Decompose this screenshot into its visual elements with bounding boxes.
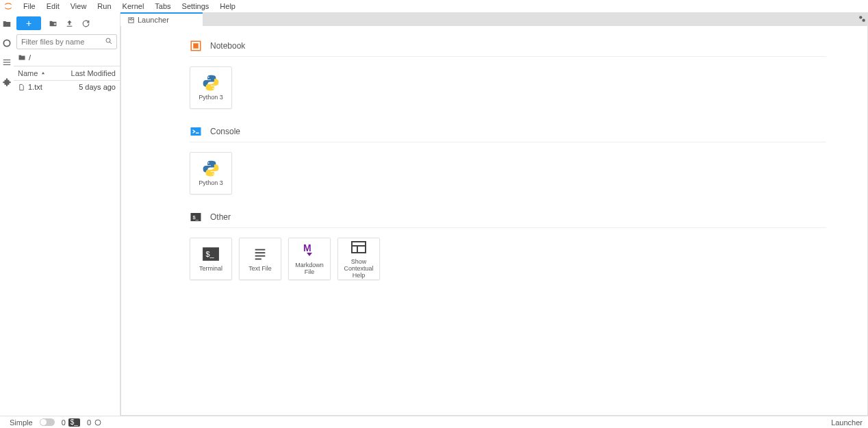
- menu-file[interactable]: File: [18, 1, 41, 12]
- menu-view[interactable]: View: [65, 1, 92, 12]
- new-folder-icon[interactable]: [48, 18, 58, 28]
- menu-tabs[interactable]: Tabs: [149, 1, 176, 12]
- svg-rect-5: [54, 23, 55, 25]
- launcher-card-notebook-python3[interactable]: Python 3: [190, 66, 232, 109]
- tab-launcher[interactable]: Launcher: [120, 12, 203, 26]
- column-modified[interactable]: Last Modified: [71, 69, 116, 77]
- svg-rect-14: [193, 43, 199, 49]
- svg-point-19: [208, 162, 209, 164]
- jupyter-logo-icon: [3, 1, 14, 12]
- svg-text:M: M: [303, 243, 311, 253]
- svg-rect-26: [255, 252, 266, 253]
- console-section-icon: [190, 125, 202, 138]
- kernels-status[interactable]: 0: [87, 418, 102, 427]
- file-list: 1.txt 5 days ago: [14, 81, 120, 416]
- property-inspector-toggle[interactable]: [856, 12, 868, 26]
- app-shell: + / Name Last Modified 1.txt: [0, 12, 868, 416]
- card-label: Python 3: [197, 180, 225, 187]
- sort-asc-icon: [40, 71, 46, 76]
- card-label: Markdown File: [289, 262, 330, 276]
- contextual-help-icon: [350, 238, 368, 256]
- python-icon: [202, 160, 220, 177]
- svg-rect-17: [191, 127, 201, 136]
- tab-bar: Launcher: [120, 12, 856, 26]
- menu-help[interactable]: Help: [214, 1, 241, 12]
- refresh-icon[interactable]: [81, 18, 90, 28]
- search-icon: [105, 37, 113, 45]
- launcher-card-terminal[interactable]: $_ Terminal: [190, 238, 232, 280]
- markdown-icon: M: [301, 242, 318, 260]
- section-title: Other: [210, 212, 231, 222]
- section-title: Notebook: [210, 41, 245, 51]
- card-label: Terminal: [198, 266, 224, 273]
- tab-label: Launcher: [138, 16, 169, 24]
- svg-point-12: [862, 19, 865, 22]
- launcher-panel: Notebook Python 3 Console: [120, 26, 868, 416]
- breadcrumb-root: /: [29, 53, 31, 62]
- folder-icon[interactable]: [2, 19, 12, 29]
- terminal-badge-icon: $_: [68, 418, 80, 427]
- svg-point-20: [212, 173, 214, 175]
- terminals-count: 0: [62, 418, 66, 427]
- toc-icon[interactable]: [2, 58, 12, 67]
- menu-kernel[interactable]: Kernel: [117, 1, 150, 12]
- menu-edit[interactable]: Edit: [41, 1, 65, 12]
- file-modified: 5 days ago: [79, 83, 116, 91]
- launcher-section-other: $_ Other $_ Terminal Text File M Markdow…: [190, 211, 867, 280]
- extension-icon[interactable]: [2, 77, 12, 86]
- menu-bar: File Edit View Run Kernel Tabs Settings …: [0, 0, 868, 12]
- svg-rect-30: [352, 242, 366, 253]
- svg-rect-1: [3, 60, 11, 60]
- svg-point-0: [3, 40, 10, 46]
- svg-point-16: [212, 88, 214, 89]
- running-icon[interactable]: [2, 38, 12, 48]
- launcher-section-notebook: Notebook Python 3: [190, 40, 867, 109]
- upload-icon[interactable]: [64, 18, 74, 28]
- notebook-section-icon: [190, 40, 202, 52]
- launcher-tab-icon: [127, 16, 135, 24]
- file-row[interactable]: 1.txt 5 days ago: [14, 81, 120, 93]
- svg-rect-2: [3, 62, 11, 62]
- gears-icon: [858, 14, 867, 23]
- section-title: Console: [210, 127, 240, 136]
- svg-rect-6: [66, 25, 72, 26]
- file-filter: [16, 34, 117, 49]
- terminals-status[interactable]: 0 $_: [62, 418, 80, 427]
- card-label: Python 3: [197, 95, 225, 101]
- new-launcher-button[interactable]: +: [16, 16, 41, 30]
- column-name[interactable]: Name: [18, 69, 46, 77]
- file-filter-input[interactable]: [16, 34, 117, 49]
- launcher-card-markdown[interactable]: M Markdown File: [288, 238, 331, 280]
- file-icon: [18, 84, 25, 91]
- svg-text:$_: $_: [193, 214, 199, 221]
- terminal-section-icon: $_: [190, 211, 202, 223]
- menu-settings[interactable]: Settings: [177, 1, 215, 12]
- svg-rect-3: [3, 64, 11, 65]
- status-bar: Simple 0 $_ 0 Launcher: [0, 416, 868, 428]
- menu-run[interactable]: Run: [92, 1, 116, 12]
- status-right-label: Launcher: [831, 418, 863, 427]
- launcher-section-console: Console Python 3: [190, 125, 867, 194]
- column-name-label: Name: [18, 69, 38, 77]
- svg-text:$_: $_: [205, 250, 214, 258]
- file-list-header: Name Last Modified: [14, 66, 120, 81]
- file-toolbar: +: [16, 15, 117, 32]
- main-area: Launcher Notebook Python 3: [120, 12, 868, 416]
- launcher-card-textfile[interactable]: Text File: [239, 238, 281, 280]
- python-icon: [202, 74, 220, 92]
- svg-rect-28: [255, 258, 261, 260]
- card-label: Show Contextual Help: [338, 259, 379, 279]
- file-name: 1.txt: [28, 83, 42, 91]
- svg-point-33: [95, 420, 101, 425]
- folder-icon: [18, 53, 26, 62]
- breadcrumb[interactable]: /: [18, 53, 116, 62]
- text-file-icon: [251, 245, 269, 263]
- svg-point-15: [208, 77, 209, 78]
- simple-mode-toggle[interactable]: [40, 418, 55, 426]
- launcher-card-contextual-help[interactable]: Show Contextual Help: [337, 238, 380, 280]
- launcher-card-console-python3[interactable]: Python 3: [190, 152, 232, 194]
- activity-bar: [0, 12, 14, 416]
- card-label: Text File: [247, 266, 273, 273]
- file-browser-panel: + / Name Last Modified 1.txt: [14, 12, 120, 416]
- simple-mode-label: Simple: [10, 418, 33, 427]
